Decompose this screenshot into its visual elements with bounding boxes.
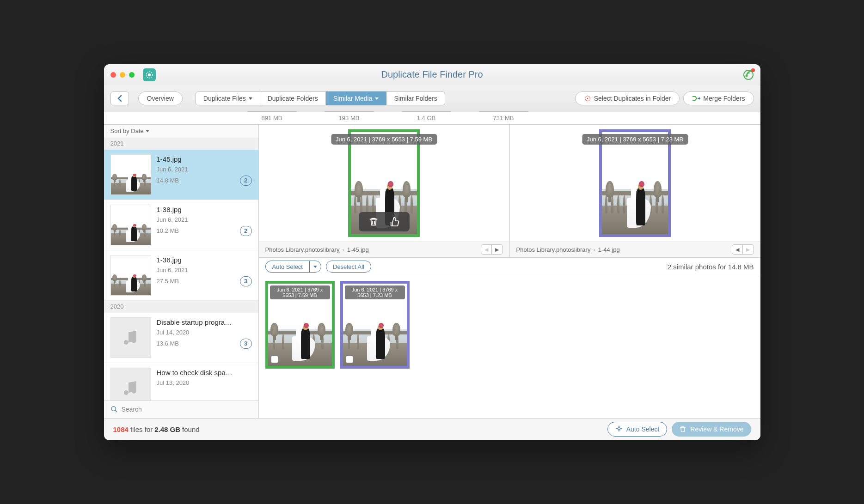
preview-pane-right: Jun 6, 2021 | 3769 x 5653 | 7.23 MB [510,125,760,257]
list-item[interactable]: How to check disk spa… Jul 13, 2020 [104,363,258,401]
sidebar: Sort by Date 2021 1-45.jpg Jun 6, 2021 1… [104,125,259,418]
preview-image-left[interactable]: Jun 6, 2021 | 3769 x 5653 | 7.59 MB [348,129,420,237]
close-window-button[interactable] [110,72,116,78]
prev-image-button[interactable]: ◀ [481,244,492,255]
item-date: Jun 6, 2021 [157,267,252,273]
sort-label: Sort by Date [110,128,144,134]
audio-thumb-icon [110,317,151,358]
action-overlay [359,212,410,231]
footer-text: files for [130,425,153,433]
count-badge: 2 [240,176,252,186]
tab-duplicate-files[interactable]: Duplicate Files [196,91,260,105]
button-label: Select Duplicates in Folder [594,95,671,102]
search-input[interactable]: Search [104,401,258,418]
chevron-down-icon [249,97,252,100]
preview-image-right[interactable]: Jun 6, 2021 | 3769 x 5653 | 7.23 MB [599,129,671,237]
tab-duplicate-folders[interactable]: Duplicate Folders [260,91,326,105]
item-date: Jun 6, 2021 [157,166,252,173]
button-label: Auto Select [626,425,660,433]
button-label: Review & Remove [690,425,743,433]
tab-label: Duplicate Folders [268,95,318,102]
next-image-button[interactable]: ▶ [492,244,503,255]
tab-size: 891 MB [233,115,311,121]
next-image-button[interactable]: ▶ [743,244,754,255]
item-info: 1-38.jpg Jun 6, 2021 10.2 MB2 [157,205,252,245]
tab-size: 1.4 GB [388,115,465,121]
prev-image-button[interactable]: ◀ [732,244,743,255]
deselect-all-button[interactable]: Deselect All [326,261,371,273]
path-file[interactable]: 1-45.jpg [347,246,369,253]
tab-size: 193 MB [311,115,388,121]
app-window: Duplicate File Finder Pro Overview Dupli… [104,64,760,440]
search-icon [110,406,118,413]
app-title: Duplicate File Finder Pro [381,69,483,80]
traffic-lights [110,72,135,78]
svg-point-5 [587,98,588,99]
toolbar: Overview Duplicate Files Duplicate Folde… [104,85,760,112]
strip-thumb[interactable]: Jun 6, 2021 | 3769 x 5653 | 7.59 MB [265,281,335,369]
image-meta-badge: Jun 6, 2021 | 3769 x 5653 | 7.59 MB [331,134,437,145]
tab-size: 731 MB [465,115,542,121]
select-checkbox[interactable] [271,356,278,363]
thumb-strip: Jun 6, 2021 | 3769 x 5653 | 7.59 MBJun 6… [259,276,760,418]
count-badge: 2 [240,226,252,236]
overview-button[interactable]: Overview [138,91,183,105]
trash-icon [679,425,686,433]
review-remove-button[interactable]: Review & Remove [672,422,751,437]
footer-count: 1084 [113,425,129,433]
count-badge: 3 [240,276,252,286]
search-placeholder: Search [122,406,142,413]
sparkle-icon [615,425,623,433]
back-button[interactable] [110,91,129,105]
list-item[interactable]: 1-38.jpg Jun 6, 2021 10.2 MB2 [104,200,258,250]
select-checkbox[interactable] [346,356,353,363]
path-library[interactable]: Photos Library.photoslibrary [265,246,340,253]
auto-select-dropdown[interactable] [309,261,321,273]
section-header: 2021 [104,138,258,150]
notification-dot-icon [751,68,755,72]
audio-thumb-icon [110,368,151,401]
footer-auto-select-button[interactable]: Auto Select [607,422,668,437]
tab-similar-media[interactable]: Similar Media [326,91,387,105]
minimize-window-button[interactable] [120,72,125,78]
footer: 1084 files for 2.48 GB found Auto Select… [104,418,760,440]
tab-similar-folders[interactable]: Similar Folders [386,91,445,105]
zoom-window-button[interactable] [129,72,135,78]
sort-dropdown[interactable]: Sort by Date [104,125,258,138]
svg-point-1 [148,73,150,76]
notifications-icon[interactable] [743,69,754,80]
wedding-photo [602,132,668,234]
trash-button[interactable] [363,215,384,229]
item-info: How to check disk spa… Jul 13, 2020 [157,368,252,401]
item-date: Jul 13, 2020 [157,379,252,386]
strip-meta-badge: Jun 6, 2021 | 3769 x 5653 | 7.23 MB [345,285,405,299]
sidebar-list[interactable]: 2021 1-45.jpg Jun 6, 2021 14.8 MB2 1-38.… [104,138,258,401]
preview-area: Jun 6, 2021 | 3769 x 5653 | 7.23 MB [510,125,760,242]
path-library[interactable]: Photos Library.photoslibrary [516,246,591,253]
chevron-down-icon [375,97,379,100]
preview-area: Jun 6, 2021 | 3769 x 5653 | 7.59 MB [259,125,509,242]
tab-size-row: 891 MB 193 MB 1.4 GB 731 MB [104,112,760,124]
select-duplicates-in-folder-button[interactable]: Select Duplicates in Folder [575,91,680,105]
path-file[interactable]: 1-44.jpg [598,246,620,253]
list-item[interactable]: Disable startup progra… Jul 14, 2020 13.… [104,313,258,363]
preview-row: Jun 6, 2021 | 3769 x 5653 | 7.59 MB [259,125,760,257]
auto-select-button[interactable]: Auto Select [265,261,310,273]
control-row: Auto Select Deselect All 2 similar photo… [259,257,760,276]
keep-button[interactable] [385,215,405,229]
list-item[interactable]: 1-45.jpg Jun 6, 2021 14.8 MB2 [104,150,258,200]
strip-thumb[interactable]: Jun 6, 2021 | 3769 x 5653 | 7.23 MB [340,281,410,369]
item-info: 1-36.jpg Jun 6, 2021 27.5 MB3 [157,255,252,296]
merge-folders-button[interactable]: Merge Folders [683,91,754,105]
preview-pane-left: Jun 6, 2021 | 3769 x 5653 | 7.59 MB [259,125,510,257]
tab-label: Similar Folders [394,95,437,102]
svg-point-6 [111,407,116,411]
item-info: 1-45.jpg Jun 6, 2021 14.8 MB2 [157,154,252,195]
chevron-down-icon [146,130,149,132]
similar-summary: 2 similar photos for 14.8 MB [668,263,754,271]
photo-thumb [110,154,151,195]
footer-size: 2.48 GB [154,425,180,433]
item-name: Disable startup progra… [157,318,252,326]
main-area: Jun 6, 2021 | 3769 x 5653 | 7.59 MB [259,125,760,418]
list-item[interactable]: 1-36.jpg Jun 6, 2021 27.5 MB3 [104,250,258,301]
